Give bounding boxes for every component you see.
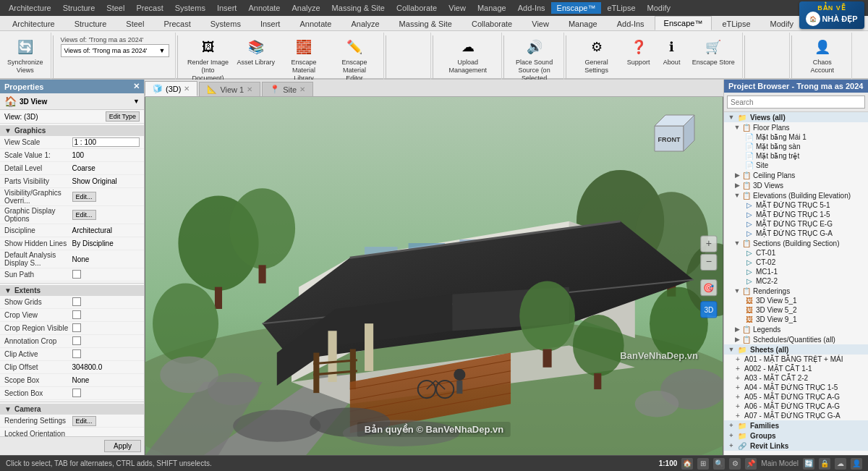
tab-manage[interactable]: Manage xyxy=(559,17,607,30)
tree-groups[interactable]: + 📁 Groups xyxy=(724,430,868,441)
tree-families[interactable]: + 📁 Families xyxy=(724,420,868,430)
menu-enscape[interactable]: Enscape™ xyxy=(551,2,602,14)
view-tab-site[interactable]: 📍 Site ✕ xyxy=(262,82,313,96)
tree-a03[interactable]: + A03 - MẶT CẮT 2-2 xyxy=(724,373,868,383)
tab-etlipse[interactable]: eTLipse xyxy=(712,17,760,30)
enscape-store-button[interactable]: 🛒 Enscape Store xyxy=(689,34,738,68)
crop-region-checkbox[interactable] xyxy=(72,323,81,332)
camera-section-header[interactable]: ▼ Camera xyxy=(0,404,144,415)
tree-renderings[interactable]: ▼ 📋 Renderings xyxy=(724,286,868,296)
menu-manage[interactable]: Manage xyxy=(472,2,512,14)
tab-systems[interactable]: Systems xyxy=(201,17,250,30)
about-button[interactable]: ℹ About xyxy=(656,34,688,68)
menu-collaborate[interactable]: Collaborate xyxy=(391,2,443,14)
tab-enscape[interactable]: Enscape™ xyxy=(655,16,712,30)
lock-status-icon[interactable]: 🔒 xyxy=(819,458,830,470)
tree-a002[interactable]: + A002 - MẶT CẮT 1-1 xyxy=(724,364,868,373)
extents-section-header[interactable]: ▼ Extents xyxy=(0,285,144,296)
edit-vis-button[interactable]: Edit... xyxy=(72,192,96,202)
menu-etlipse[interactable]: eTLipse xyxy=(601,2,641,14)
tree-3dview-52[interactable]: 🖼 3D View 5_2 xyxy=(724,305,868,315)
crop-view-checkbox[interactable] xyxy=(72,310,81,319)
search-input[interactable] xyxy=(727,96,865,109)
sync-status-icon[interactable]: 🔄 xyxy=(803,458,814,470)
tree-mat-bang-tret[interactable]: 📄 Mặt bằng trệt xyxy=(724,151,868,161)
tab-precast[interactable]: Precast xyxy=(154,17,200,30)
section-box-checkbox[interactable] xyxy=(72,389,81,397)
menu-annotate[interactable]: Annotate xyxy=(242,2,286,14)
menu-structure[interactable]: Structure xyxy=(57,2,101,14)
menu-insert[interactable]: Insert xyxy=(211,2,243,14)
pin-status-icon[interactable]: 📌 xyxy=(745,458,757,470)
tree-sections[interactable]: ▼ 📋 Sections (Building Section) xyxy=(724,238,868,248)
tree-legends[interactable]: ▶ 📋 Legends xyxy=(724,324,868,334)
views-dropdown[interactable]: Views of: 'Trong ma as 2024' ▼ xyxy=(61,44,169,57)
view-cube-container[interactable]: FRONT xyxy=(644,104,702,164)
tree-floor-plans[interactable]: ▼ 📋 Floor Plans xyxy=(724,122,868,132)
tab-view[interactable]: View xyxy=(522,17,558,30)
edit-gdo-button[interactable]: Edit... xyxy=(72,210,96,220)
render-image-button[interactable]: 🖼 Render Image(Into Document) xyxy=(184,34,233,83)
view-type-dropdown[interactable]: ▼ xyxy=(133,98,140,105)
tab-annotate[interactable]: Annotate xyxy=(290,17,341,30)
user-status-icon[interactable]: 👤 xyxy=(851,458,862,470)
tree-a05[interactable]: + A05 - MẶT ĐỨNG TRỤC A-G xyxy=(724,392,868,402)
sun-path-checkbox[interactable] xyxy=(72,270,81,279)
tab-collaborate[interactable]: Collaborate xyxy=(462,17,522,30)
settings-status-icon[interactable]: ⚙ xyxy=(729,458,741,470)
tree-3dview-91[interactable]: 🖼 3D View 9_1 xyxy=(724,315,868,324)
tree-elev-g-a[interactable]: ▷ MẶT ĐỨNG TRỤC G-A xyxy=(724,229,868,238)
tree-mc11[interactable]: ▷ MC1-1 xyxy=(724,267,868,276)
tree-a04[interactable]: + A04 - MẶT ĐỨNG TRỤC 1-5 xyxy=(724,383,868,392)
menu-addins[interactable]: Add-Ins xyxy=(512,2,551,14)
tree-elevations[interactable]: ▼ 📋 Elevations (Building Elevation) xyxy=(724,190,868,200)
menu-modify[interactable]: Modify xyxy=(642,2,676,14)
tab-massing[interactable]: Massing & Site xyxy=(390,17,461,30)
menu-analyze[interactable]: Analyze xyxy=(286,2,326,14)
apply-button[interactable]: Apply xyxy=(104,440,141,452)
tab-addins[interactable]: Add-Ins xyxy=(608,17,654,30)
tab-architecture[interactable]: Architecture xyxy=(3,17,64,30)
tree-revit-links[interactable]: + 🔗 Revit Links xyxy=(724,441,868,451)
menu-steel[interactable]: Steel xyxy=(101,2,130,14)
menu-precast[interactable]: Precast xyxy=(130,2,169,14)
tree-elev-1-5[interactable]: ▷ MẶT ĐỨNG TRỤC 1-5 xyxy=(724,210,868,219)
tab-modify[interactable]: Modify xyxy=(761,17,803,30)
menu-systems[interactable]: Systems xyxy=(169,2,211,14)
filter-status-icon[interactable]: 🔍 xyxy=(713,458,725,470)
tree-3dview-51[interactable]: 🖼 3D View 5_1 xyxy=(724,296,868,305)
edit-render-button[interactable]: Edit... xyxy=(72,416,96,426)
graphics-section-header[interactable]: ▼ Graphics xyxy=(0,125,144,136)
3d-view-content[interactable]: + − 🎯 3D FRONT xyxy=(145,97,723,455)
tab-structure[interactable]: Structure xyxy=(65,17,116,30)
tree-a01[interactable]: + A01 - MẶT BẰNG TRỆT + MÁI xyxy=(724,355,868,364)
tree-sheets-all[interactable]: ▼ 📁 Sheets (all) xyxy=(724,344,868,355)
tab-insert[interactable]: Insert xyxy=(251,17,290,30)
tree-3d-views[interactable]: ▶ 📋 3D Views xyxy=(724,180,868,190)
tree-mc22[interactable]: ▷ MC2-2 xyxy=(724,276,868,286)
tab-site-close[interactable]: ✕ xyxy=(299,85,305,93)
annotation-crop-checkbox[interactable] xyxy=(72,336,81,345)
tree-views-all[interactable]: ▼ 📁 Views (all) xyxy=(724,112,868,122)
tree-mat-bang-san[interactable]: 📄 Mặt bằng sàn xyxy=(724,142,868,151)
tree-ct02[interactable]: ▷ CT-02 xyxy=(724,258,868,267)
properties-close[interactable]: ✕ xyxy=(133,82,140,91)
tree-elev-e-g[interactable]: ▷ MẶT ĐỨNG TRỤC E-G xyxy=(724,219,868,229)
menu-view[interactable]: View xyxy=(443,2,472,14)
tree-ceiling-plans[interactable]: ▶ 📋 Ceiling Plans xyxy=(724,170,868,180)
enscape-material-editor-button[interactable]: ✏️ Enscape MaterialEditor xyxy=(330,34,379,83)
tree-schedules[interactable]: ▶ 📋 Schedules/Quantities (all) xyxy=(724,334,868,344)
enscape-material-library-button[interactable]: 🧱 Enscape MaterialLibrary xyxy=(279,34,328,83)
grid-status-icon[interactable]: ⊞ xyxy=(697,458,709,470)
edit-type-button[interactable]: Edit Type xyxy=(106,111,140,122)
tree-site[interactable]: 📄 Site xyxy=(724,161,868,170)
menu-architecture[interactable]: Architecture xyxy=(3,2,57,14)
tree-ct01[interactable]: ▷ CT-01 xyxy=(724,248,868,258)
general-settings-button[interactable]: ⚙ General Settings xyxy=(572,34,621,76)
support-button[interactable]: ❓ Support xyxy=(623,34,655,68)
upload-management-button[interactable]: ☁ UploadManagement xyxy=(446,34,490,76)
tab-3d-close[interactable]: ✕ xyxy=(184,85,190,93)
tab-steel[interactable]: Steel xyxy=(116,17,153,30)
tree-a07[interactable]: + A07 - MẶT ĐỨNG TRỤC G-A xyxy=(724,411,868,420)
tab-analyze[interactable]: Analyze xyxy=(341,17,388,30)
